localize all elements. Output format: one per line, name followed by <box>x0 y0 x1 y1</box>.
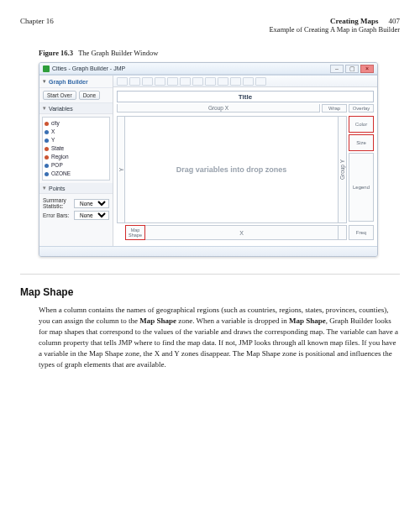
list-item: Y <box>45 136 108 144</box>
window-titlebar[interactable]: Cities - Graph Builder - JMP – ▢ × <box>39 63 377 75</box>
variables-section-head[interactable]: ▾ Variables <box>39 103 113 114</box>
list-item: Max Deg. F. Jan <box>45 178 108 181</box>
points-label: Points <box>49 186 65 191</box>
size-zone[interactable]: Size <box>349 134 374 151</box>
x-zone[interactable]: X <box>145 225 339 240</box>
tool-pie-icon[interactable] <box>205 77 216 86</box>
group-y-zone[interactable]: Group Y <box>339 116 347 223</box>
page-number: 407 <box>389 17 401 25</box>
tool-line-icon[interactable] <box>155 77 165 86</box>
disclosure-icon[interactable]: ▾ <box>43 185 46 191</box>
header-subtitle: Example of Creating A Map in Graph Build… <box>269 25 400 34</box>
summary-statistic-select[interactable]: None <box>74 199 109 208</box>
variables-list[interactable]: city X Y State Region POP OZONE Max Deg.… <box>42 117 110 181</box>
sidebar: ▾ Graph Builder Start Over Done ▾ Variab… <box>39 76 113 246</box>
divider <box>20 274 400 275</box>
list-item: POP <box>45 161 108 170</box>
body-paragraph: When a column contains the names of geog… <box>39 305 398 370</box>
graph-builder-heading[interactable]: ▾ Graph Builder <box>39 76 113 88</box>
section-heading: Map Shape <box>20 286 400 298</box>
list-item: city <box>45 119 108 128</box>
list-item: State <box>45 144 108 153</box>
group-x-zone[interactable]: Group X <box>117 104 320 112</box>
summary-statistic-label: Summary Statistic: <box>43 197 74 209</box>
tool-hist-icon[interactable] <box>167 77 178 86</box>
close-icon[interactable]: × <box>360 65 374 73</box>
header-title: Creating Maps <box>330 17 379 25</box>
map-shape-zone[interactable]: Map Shape <box>125 225 145 240</box>
start-over-button[interactable]: Start Over <box>43 91 76 100</box>
disclosure-icon[interactable]: ▾ <box>43 105 46 112</box>
tool-smoother-icon[interactable] <box>129 77 140 86</box>
tool-bar-icon[interactable] <box>142 77 153 86</box>
legend-zone[interactable]: Legend <box>349 153 374 222</box>
drop-zone[interactable]: Drag variables into drop zones <box>125 116 339 223</box>
tool-contour-icon[interactable] <box>230 77 241 86</box>
done-button[interactable]: Done <box>79 91 101 100</box>
list-item: OZONE <box>45 170 108 178</box>
app-icon <box>43 65 50 72</box>
page-header: Chapter 16 Creating Maps 407 Example of … <box>20 17 400 34</box>
list-item: Region <box>45 153 108 161</box>
disclosure-icon[interactable]: ▾ <box>43 78 46 85</box>
points-section-head[interactable]: ▾ Points <box>39 183 113 194</box>
figure-title: The Graph Builder Window <box>78 49 158 57</box>
figure-number: Figure 16.3 <box>39 49 73 57</box>
tool-treemap-icon[interactable] <box>255 77 266 86</box>
list-item: X <box>45 128 108 136</box>
wrap-zone[interactable]: Wrap <box>322 104 347 112</box>
tool-map-icon[interactable] <box>218 77 228 86</box>
error-bars-label: Error Bars: <box>43 212 69 218</box>
figure-caption: Figure 16.3 The Graph Builder Window <box>39 49 400 57</box>
graph-builder-label: Graph Builder <box>49 79 88 85</box>
plot-title-zone[interactable]: Title <box>117 91 374 102</box>
tool-points-icon[interactable] <box>117 77 128 86</box>
status-bar <box>39 246 377 256</box>
chapter-label: Chapter 16 <box>20 17 54 25</box>
drop-zone-hint: Drag variables into drop zones <box>176 165 287 174</box>
tool-box-icon[interactable] <box>180 77 191 86</box>
overlay-zone[interactable]: Overlay <box>349 104 374 112</box>
plot-area: Title Group X Wrap Overlay Y Drag variab… <box>113 76 377 246</box>
graph-builder-window: Cities - Graph Builder - JMP – ▢ × ▾ Gra… <box>39 62 378 257</box>
freq-zone[interactable]: Freq <box>349 225 374 240</box>
y-zone[interactable]: Y <box>117 116 125 223</box>
element-toolbar[interactable] <box>113 76 377 87</box>
window-title: Cities - Graph Builder - JMP <box>52 65 330 71</box>
tool-heat-icon[interactable] <box>243 77 254 86</box>
variables-label: Variables <box>49 106 73 112</box>
minimize-icon[interactable]: – <box>330 65 344 73</box>
error-bars-select[interactable]: None <box>74 211 109 220</box>
color-zone[interactable]: Color <box>349 116 374 133</box>
maximize-icon[interactable]: ▢ <box>345 65 359 73</box>
tool-area-icon[interactable] <box>192 77 203 86</box>
